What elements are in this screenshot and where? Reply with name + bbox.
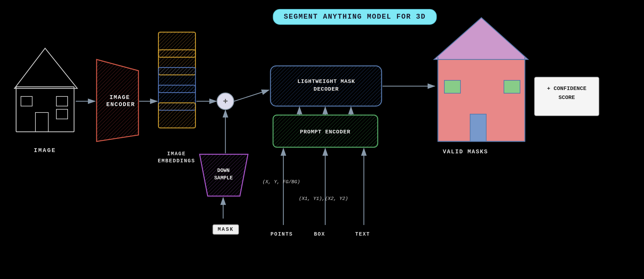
svg-text:LIGHTWEIGHT MASK: LIGHTWEIGHT MASK (297, 78, 355, 85)
mask-label: MASK (213, 224, 239, 235)
valid-masks-label: VALID MASKS (443, 148, 488, 155)
svg-marker-48 (434, 18, 528, 59)
svg-rect-12 (56, 109, 68, 119)
svg-rect-50 (444, 80, 460, 93)
svg-rect-49 (470, 114, 486, 141)
svg-text:SAMPLE: SAMPLE (214, 175, 233, 181)
svg-point-25 (217, 93, 234, 110)
points-label: POINTS (270, 231, 293, 237)
svg-rect-11 (56, 96, 68, 106)
svg-marker-8 (14, 48, 77, 88)
svg-text:PROMPT ENCODER: PROMPT ENCODER (300, 129, 351, 135)
svg-text:+: + (223, 96, 228, 106)
svg-text:(X1, Y1),(X2, Y2): (X1, Y1),(X2, Y2) (299, 196, 348, 202)
svg-rect-28 (270, 66, 382, 106)
svg-rect-23 (158, 103, 195, 128)
image-embeddings-label: IMAGE EMBEDDINGS (158, 150, 195, 165)
svg-rect-55 (535, 77, 599, 116)
svg-text:DECODER: DECODER (314, 86, 339, 92)
diagram-container: IMAGE ENCODER + LIGHTWEIGHT MASK DECODER… (0, 0, 644, 279)
svg-rect-10 (21, 96, 32, 106)
svg-text:SCORE: SCORE (558, 94, 575, 101)
svg-line-27 (234, 90, 269, 101)
title-label: SEGMENT ANYTHING MODEL FOR 3D (273, 9, 437, 25)
svg-text:DOWN: DOWN (217, 168, 230, 174)
svg-rect-22 (158, 85, 195, 110)
text-label: TEXT (355, 231, 370, 237)
svg-text:+ CONFIDENCE: + CONFIDENCE (547, 86, 586, 92)
svg-rect-32 (273, 115, 378, 147)
svg-rect-7 (16, 87, 74, 132)
svg-rect-9 (35, 113, 48, 132)
svg-marker-47 (438, 48, 525, 141)
svg-rect-20 (158, 50, 195, 75)
svg-text:IMAGE: IMAGE (109, 94, 130, 101)
svg-rect-51 (504, 80, 520, 93)
box-label: BOX (314, 231, 325, 237)
svg-marker-15 (97, 59, 138, 141)
svg-rect-21 (158, 68, 195, 93)
svg-marker-37 (200, 154, 248, 196)
svg-text:ENCODER: ENCODER (106, 101, 135, 108)
image-label: IMAGE (34, 147, 56, 154)
svg-text:(X, Y, FG/BG): (X, Y, FG/BG) (262, 179, 300, 185)
svg-rect-19 (158, 32, 195, 57)
